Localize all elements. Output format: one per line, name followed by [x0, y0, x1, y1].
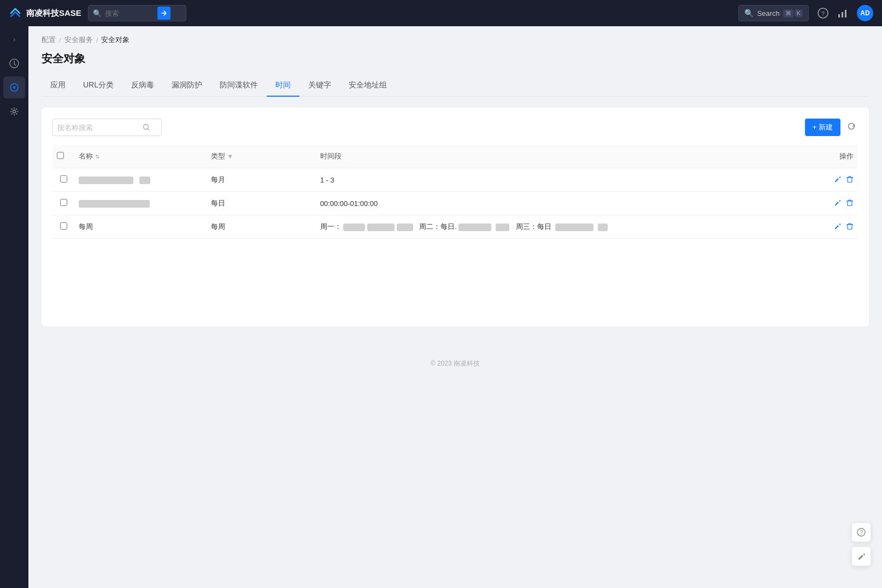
filter-icon: ▼ — [227, 153, 233, 160]
th-action-label: 操作 — [839, 152, 854, 160]
tab-antivirus[interactable]: 反病毒 — [122, 75, 163, 97]
row2-name — [74, 192, 207, 215]
table-row: 每日 00:00:00-01:00:00 — [52, 192, 858, 215]
row1-edit-btn[interactable] — [834, 175, 842, 185]
row1-checkbox[interactable] — [60, 175, 67, 183]
tab-address-group[interactable]: 安全地址组 — [340, 75, 396, 97]
app-logo[interactable]: 南凌科技SASE — [9, 7, 81, 20]
row2-type: 每日 — [207, 192, 316, 215]
th-type: 类型 ▼ — [207, 145, 316, 168]
svg-rect-4 — [845, 10, 846, 17]
th-time-range: 时间段 — [316, 145, 803, 168]
refresh-button[interactable] — [845, 120, 858, 135]
breadcrumb-item-security[interactable]: 安全服务 — [64, 35, 93, 45]
sidebar-collapse-btn[interactable]: › — [9, 31, 20, 48]
tabs: 应用 URL分类 反病毒 漏洞防护 防间谍软件 时间 关键字 安全地址组 — [42, 75, 869, 97]
th-checkbox — [52, 145, 74, 168]
row3-checkbox[interactable] — [60, 222, 67, 230]
user-avatar[interactable]: AD — [857, 5, 873, 21]
row1-delete-btn[interactable] — [846, 175, 854, 185]
row3-time-blurred-5 — [496, 224, 509, 231]
tab-spyware[interactable]: 防间谍软件 — [211, 75, 267, 97]
th-name: 名称 ⇅ — [74, 145, 207, 168]
row3-time-blurred-3 — [397, 224, 413, 231]
th-time-range-label: 时间段 — [320, 152, 342, 160]
global-search-button[interactable]: 🔍 Search ⌘ K — [738, 5, 809, 21]
svg-point-8 — [13, 110, 16, 113]
table-row: 每周 每周 周一： 周二：每日. 周三：每日 — [52, 215, 858, 239]
row3-time-blurred-7 — [598, 224, 608, 231]
svg-rect-11 — [846, 201, 853, 202]
row2-delete-btn[interactable] — [846, 199, 854, 208]
row2-name-blurred — [79, 200, 150, 208]
tab-keyword[interactable]: 关键字 — [299, 75, 340, 97]
row2-checkbox[interactable] — [60, 199, 67, 206]
name-search-wrap — [52, 119, 162, 136]
stats-icon-btn[interactable] — [837, 8, 848, 19]
th-name-sort[interactable]: 名称 ⇅ — [79, 151, 202, 161]
fab-container: ? — [851, 522, 871, 566]
tab-time[interactable]: 时间 — [267, 75, 299, 97]
kbd-k: K — [795, 9, 803, 17]
svg-text:?: ? — [821, 10, 825, 17]
sidebar-item-notifications[interactable] — [3, 52, 25, 74]
navbar-search-submit[interactable] — [157, 7, 170, 20]
app-name: 南凌科技SASE — [26, 8, 81, 19]
breadcrumb-item-current: 安全对象 — [101, 35, 130, 45]
fab-help-btn[interactable]: ? — [851, 522, 871, 542]
svg-rect-10 — [846, 177, 853, 178]
sidebar-item-settings[interactable] — [3, 101, 25, 122]
row3-delete-btn[interactable] — [846, 222, 854, 232]
table-body: 每月 1 - 3 — [52, 168, 858, 239]
row1-checkbox-cell — [52, 168, 74, 192]
toolbar-right: + 新建 — [805, 119, 858, 136]
content-card: + 新建 名称 ⇅ — [42, 108, 869, 326]
row1-time-range: 1 - 3 — [316, 168, 803, 192]
sidebar: › — [0, 26, 28, 588]
new-button-label: + 新建 — [813, 122, 833, 132]
table-row: 每月 1 - 3 — [52, 168, 858, 192]
row3-actions — [803, 215, 858, 239]
new-button[interactable]: + 新建 — [805, 119, 840, 136]
tab-vuln[interactable]: 漏洞防护 — [163, 75, 211, 97]
data-table: 名称 ⇅ 类型 ▼ 时间段 操作 — [52, 145, 858, 239]
navbar-right: 🔍 Search ⌘ K ? AD — [738, 5, 873, 21]
row3-time-blurred-6 — [555, 224, 593, 231]
row3-edit-btn[interactable] — [834, 222, 842, 232]
th-type-label: 类型 — [211, 151, 225, 161]
row3-time-range: 周一： 周二：每日. 周三：每日 — [316, 215, 803, 239]
svg-rect-2 — [838, 14, 840, 17]
row3-checkbox-cell — [52, 215, 74, 239]
breadcrumb: 配置 / 安全服务 / 安全对象 — [42, 35, 869, 45]
tab-url[interactable]: URL分类 — [74, 75, 122, 97]
table-header: 名称 ⇅ 类型 ▼ 时间段 操作 — [52, 145, 858, 168]
sidebar-item-security[interactable] — [3, 77, 25, 98]
row1-type: 每月 — [207, 168, 316, 192]
th-action: 操作 — [803, 145, 858, 168]
navbar-search-icon: 🔍 — [93, 9, 102, 17]
th-name-label: 名称 — [79, 151, 93, 161]
svg-rect-3 — [842, 12, 843, 17]
navbar-search-input[interactable] — [105, 9, 154, 17]
fab-edit-btn[interactable] — [851, 546, 871, 566]
breadcrumb-sep-2: / — [96, 36, 98, 44]
svg-text:?: ? — [860, 530, 863, 536]
row1-name — [74, 168, 207, 192]
select-all-checkbox[interactable] — [57, 152, 64, 159]
help-icon-btn[interactable]: ? — [818, 8, 828, 19]
navbar: 南凌科技SASE 🔍 🔍 Search ⌘ K ? AD — [0, 0, 882, 26]
navbar-search-box[interactable]: 🔍 — [88, 5, 186, 21]
row2-checkbox-cell — [52, 192, 74, 215]
footer: © 2023 南凌科技 — [42, 348, 869, 379]
name-search-input[interactable] — [57, 124, 139, 132]
footer-text: © 2023 南凌科技 — [431, 360, 480, 367]
tab-app[interactable]: 应用 — [42, 75, 74, 97]
name-search-icon[interactable] — [143, 124, 150, 131]
breadcrumb-item-config[interactable]: 配置 — [42, 35, 56, 45]
th-type-sort[interactable]: 类型 ▼ — [211, 151, 311, 161]
kbd-meta: ⌘ — [783, 9, 793, 17]
svg-point-7 — [13, 86, 15, 89]
row1-actions — [803, 168, 858, 192]
row2-edit-btn[interactable] — [834, 199, 842, 208]
svg-rect-12 — [846, 224, 853, 225]
